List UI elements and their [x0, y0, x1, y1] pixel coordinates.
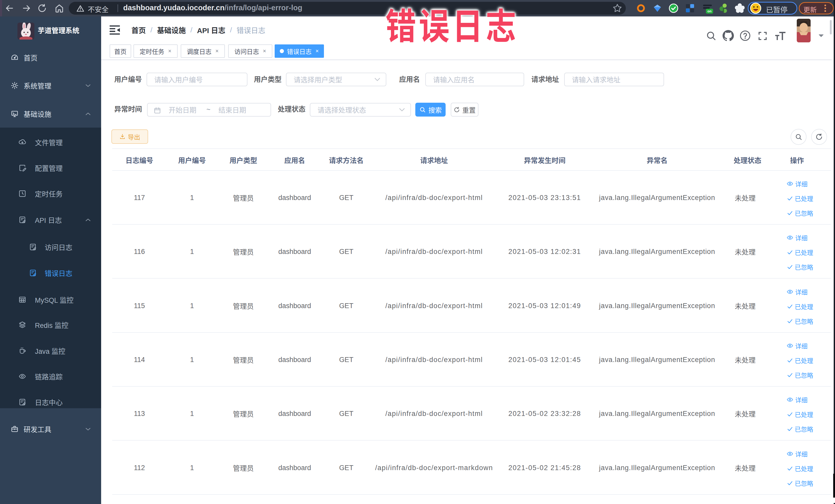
- svg-text:on: on: [708, 9, 712, 13]
